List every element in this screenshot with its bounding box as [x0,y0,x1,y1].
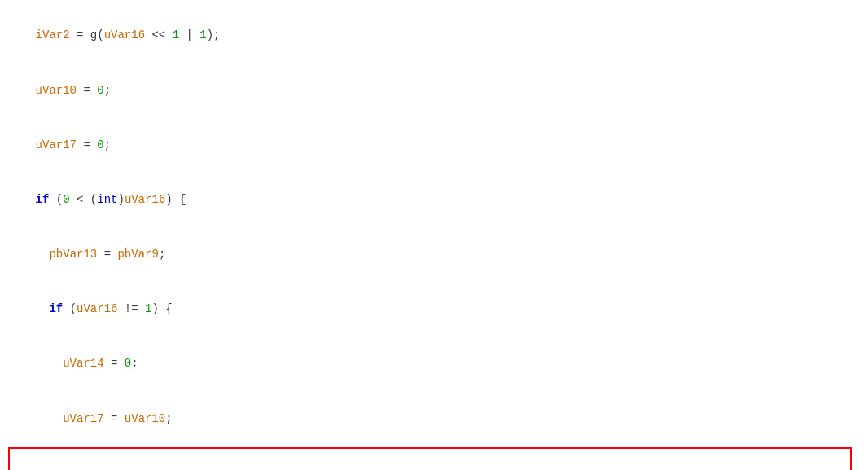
code-line-8: uVar17 = uVar10; [8,391,852,446]
code-container: iVar2 = g(uVar16 << 1 | 1); uVar10 = 0; … [0,0,868,470]
code-line-3: uVar17 = 0; [8,117,852,172]
code-line-2: uVar10 = 0; [8,63,852,117]
code-line-5: pbVar13 = pbVar9; [8,227,852,282]
code-line-7: uVar14 = 0; [8,336,852,391]
code-line-1: iVar2 = g(uVar16 << 1 | 1); [8,8,852,63]
code-line-4: if (0 < (int)uVar16) { [8,173,852,227]
highlighted-block: do { bVar1 = *pbVar13; *(undefined *)(iV… [8,447,852,470]
hl-line-1: do { [13,450,847,470]
code-line-6: if (uVar16 != 1) { [8,282,852,336]
